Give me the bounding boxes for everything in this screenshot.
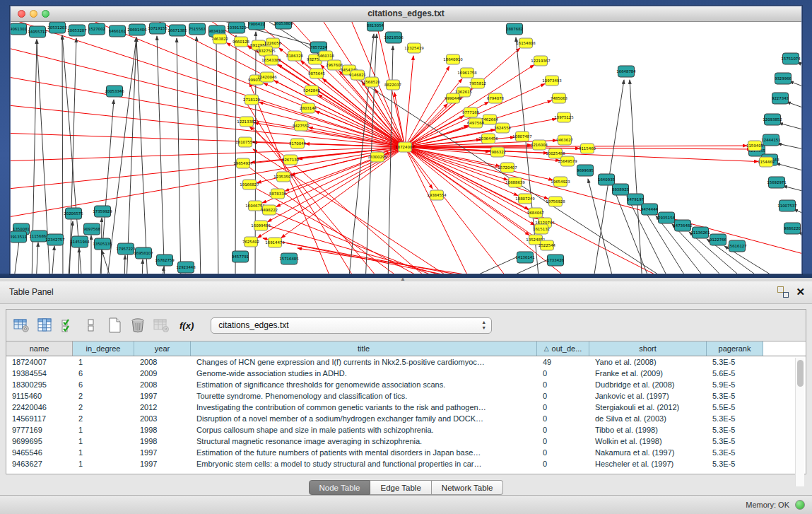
citation-edge-black <box>777 144 801 151</box>
close-panel-icon[interactable]: ✕ <box>796 286 805 298</box>
tab-node-table[interactable]: Node Table <box>309 480 371 495</box>
graph-node-label: 8427552 <box>293 124 310 128</box>
clear-selection-button[interactable] <box>82 316 100 334</box>
graph-node-label: 3170044 <box>289 141 307 146</box>
network-window[interactable]: citations_edges.txt 90613011405571220531… <box>10 6 802 274</box>
table-cell: 2009 <box>134 368 191 379</box>
graph-node-label: 6794078 <box>487 96 505 100</box>
table-selector-dropdown[interactable]: citations_edges.txt ▲▼ <box>211 317 492 334</box>
table-cell: 2 <box>73 413 134 424</box>
table-settings-button[interactable] <box>12 316 30 334</box>
table-row[interactable]: 1830029562008Estimation of significance … <box>6 379 806 390</box>
column-header-in_degree[interactable]: in_degree <box>73 341 134 356</box>
graph-node-label: 20531203 <box>47 25 66 30</box>
citation-edge-black <box>142 259 143 274</box>
table-cell: 14569117 <box>6 413 73 424</box>
table-cell: 2008 <box>134 379 191 390</box>
citation-edge-black <box>162 267 164 274</box>
table-row[interactable]: 1872400712008Changes of HCN gene express… <box>6 356 806 368</box>
column-header-title[interactable]: title <box>191 341 537 356</box>
graph-node-label: 9875645 <box>308 71 325 76</box>
table-cell: 5.3E-5 <box>707 458 763 469</box>
citation-edge-black <box>459 255 521 274</box>
graph-node-label: 9886220 <box>784 226 801 230</box>
tab-network-table[interactable]: Network Table <box>432 480 504 495</box>
tab-edge-table[interactable]: Edge Table <box>370 480 431 495</box>
table-body: 1872400712008Changes of HCN gene express… <box>6 356 806 469</box>
column-header-short[interactable]: short <box>589 341 707 356</box>
table-cell: Jankovic et al. (1997) <box>589 390 707 402</box>
table-cell: 18724007 <box>6 356 73 368</box>
graph-node-label: 3913511 <box>11 235 27 239</box>
float-panel-icon[interactable] <box>777 286 789 298</box>
table-row[interactable]: 946362711997Embryonic stem cells: a mode… <box>6 458 806 469</box>
citation-edge-black <box>787 102 801 110</box>
citation-edge-red <box>291 147 405 175</box>
table-cell: 2 <box>73 390 134 402</box>
graph-node-label: 11451944 <box>70 240 90 244</box>
scrollbar-thumb[interactable] <box>797 360 804 387</box>
table-cell: Tibbo et al. (1998) <box>589 424 707 436</box>
column-header-name[interactable]: name <box>6 341 73 356</box>
table-row[interactable]: 911546021997Tourette syndrome. Phenomeno… <box>6 390 806 402</box>
graph-node-label: 18327505 <box>256 49 275 53</box>
table-cell: Stergiakouli et al. (2012) <box>589 402 707 413</box>
delete-table-button[interactable] <box>152 316 170 334</box>
table-cell: 0 <box>537 436 589 447</box>
citation-edge-black <box>78 248 79 274</box>
graph-node-label: 2887682 <box>506 27 523 31</box>
graph-node-label: 9498222 <box>261 208 278 212</box>
graph-node-label: 16782759 <box>155 258 175 262</box>
graph-node-label: 1615132 <box>533 227 550 231</box>
citation-edge-red <box>405 78 462 147</box>
graph-node-label: 1640935 <box>598 177 615 182</box>
citation-edge-black <box>630 80 642 274</box>
graph-node-label: 1226058 <box>264 41 282 45</box>
function-builder-button[interactable]: f(x) <box>180 320 194 331</box>
graph-node-label: 2935154 <box>658 216 676 220</box>
table-row[interactable]: 946554611997Estimation of the future num… <box>6 447 806 458</box>
table-row[interactable]: 2242004622012Investigating the contribut… <box>6 402 806 413</box>
table-row[interactable]: 1456911722003Disruption of a novel membe… <box>6 413 806 424</box>
graph-node-label: 20053346 <box>105 89 124 93</box>
citation-edge-black <box>588 179 614 274</box>
table-cell: Estimation of the future numbers of pati… <box>191 447 537 458</box>
column-header-pagerank[interactable]: pagerank <box>707 341 763 356</box>
graph-node-label: 14055712 <box>28 30 47 34</box>
vertical-scrollbar[interactable] <box>795 358 804 486</box>
select-columns-button[interactable] <box>35 316 54 334</box>
new-file-button[interactable] <box>105 316 124 334</box>
graph-node-label: 16099489 <box>251 223 271 228</box>
table-cell: 2003 <box>134 413 191 424</box>
graph-node-label: 9329966 <box>775 76 792 81</box>
network-canvas[interactable]: 9061301140557122053120310653287152700264… <box>11 22 801 274</box>
table-cell: 5.3E-5 <box>707 424 763 436</box>
graph-node-label: 8813054 <box>367 23 384 28</box>
table-cell: 1 <box>73 447 134 458</box>
graph-node-label: 12213382 <box>237 119 256 124</box>
table-cell: Yano et al. (2008) <box>589 356 707 368</box>
select-all-button[interactable] <box>59 316 77 334</box>
table-header-row: namein_degreeyeartitle△out_de...shortpag… <box>6 341 806 356</box>
graph-node-label: 9463627 <box>556 138 573 142</box>
graph-node-label: 7515563 <box>189 27 206 31</box>
graph-node-label: 12325419 <box>404 46 424 50</box>
graph-node-label: 10719155 <box>148 26 167 30</box>
table-cell: 1 <box>73 424 134 436</box>
table-cell: 9463627 <box>6 458 73 469</box>
graph-node-label: 15616127 <box>727 244 746 248</box>
table-cell: 5.3E-5 <box>707 390 763 402</box>
table-row[interactable]: 977716911998Corpus callosum shape and si… <box>6 424 806 436</box>
graph-node-label: 10653287 <box>67 28 86 33</box>
table-row[interactable]: 1938455462009Genome-wide association stu… <box>6 368 806 379</box>
graph-node-label: 13505135 <box>93 242 112 246</box>
graph-node-label: 1733426 <box>547 258 565 262</box>
column-header-year[interactable]: year <box>134 341 191 356</box>
graph-node-label: 1568520 <box>363 80 381 84</box>
network-window-titlebar[interactable]: citations_edges.txt <box>11 6 801 22</box>
graph-node-label: 6216004 <box>531 143 548 147</box>
graph-node-label: 12353597 <box>273 175 293 179</box>
column-header-out_de[interactable]: △out_de... <box>537 341 589 356</box>
table-row[interactable]: 969969511998Structural magnetic resonanc… <box>6 436 806 447</box>
delete-button[interactable] <box>129 316 147 334</box>
